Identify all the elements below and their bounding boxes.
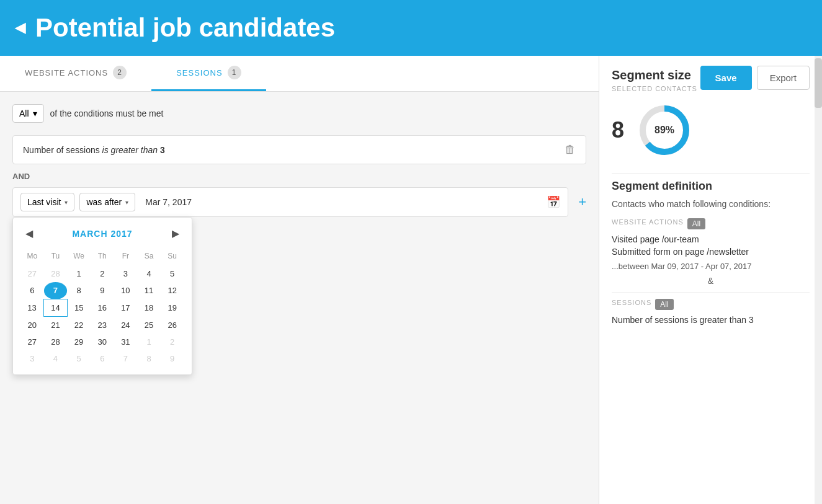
conditions-text: of the conditions must be met (50, 108, 164, 118)
tab-sessions-badge: 1 (228, 66, 241, 79)
calendar-day[interactable]: 9 (161, 350, 184, 367)
add-filter-button[interactable]: + (578, 194, 586, 210)
field-dropdown-chevron: ▾ (65, 199, 68, 206)
calendar-day[interactable]: 4 (137, 265, 161, 282)
calendar-day[interactable]: 22 (67, 317, 91, 334)
calendar-day[interactable]: 8 (67, 282, 91, 299)
calendar-next-button[interactable]: ▶ (167, 225, 184, 242)
calendar-day[interactable]: 29 (67, 334, 91, 350)
calendar-day[interactable]: 3 (20, 350, 44, 367)
calendar-day[interactable]: 30 (91, 334, 114, 350)
left-panel: WEBSITE ACTIONS 2 SESSIONS 1 All ▾ of th… (0, 56, 599, 504)
save-button[interactable]: Save (700, 66, 752, 90)
calendar-day[interactable]: 2 (91, 265, 114, 282)
def-item-1: Visited page /our-team (612, 234, 810, 244)
calendar-day[interactable]: 21 (44, 317, 68, 334)
calendar-day[interactable]: 3 (114, 265, 138, 282)
calendar-prev-button[interactable]: ◀ (20, 225, 38, 242)
calendar-day-header: We (67, 249, 91, 265)
scrollbar-track[interactable] (815, 56, 822, 504)
all-conditions-row: All ▾ of the conditions must be met (12, 104, 586, 123)
tabs-bar: WEBSITE ACTIONS 2 SESSIONS 1 (0, 56, 599, 92)
calendar-day[interactable]: 5 (161, 265, 184, 282)
tab-sessions[interactable]: SESSIONS 1 (151, 56, 266, 91)
calendar-day[interactable]: 20 (20, 317, 44, 334)
calendar-day-header: Th (91, 249, 114, 265)
calendar-day[interactable]: 25 (137, 317, 161, 334)
calendar-day[interactable]: 23 (91, 317, 114, 334)
date-input[interactable] (140, 193, 542, 211)
main-layout: WEBSITE ACTIONS 2 SESSIONS 1 All ▾ of th… (0, 56, 822, 504)
calendar-day[interactable]: 13 (20, 299, 44, 317)
right-panel: Segment size SELECTED CONTACTS 8 89% Seg… (599, 56, 822, 504)
tab-website-actions[interactable]: WEBSITE ACTIONS 2 (0, 56, 151, 91)
condition-dropdown-chevron: ▾ (125, 199, 128, 206)
condition-dropdown-label: was after (86, 197, 122, 207)
calendar-day[interactable]: 12 (161, 282, 184, 299)
calendar-day-header: Tu (44, 249, 68, 265)
all-dropdown-label: All (19, 108, 29, 118)
and-label: AND (12, 172, 586, 181)
calendar-day[interactable]: 28 (44, 334, 68, 350)
header: ◀ Potential job candidates (0, 0, 822, 56)
calendar-day[interactable]: 15 (67, 299, 91, 317)
calendar-day[interactable]: 7 (114, 350, 138, 367)
field-dropdown[interactable]: Last visit ▾ (20, 193, 74, 211)
field-dropdown-label: Last visit (27, 197, 61, 207)
back-button[interactable]: ◀ (15, 20, 25, 36)
calendar-day[interactable]: 4 (44, 350, 68, 367)
calendar-day[interactable]: 14 (44, 299, 68, 317)
tab-website-actions-badge: 2 (113, 66, 127, 79)
calendar-day[interactable]: 28 (44, 265, 68, 282)
filter1-prefix: Number of sessions (23, 145, 102, 155)
filter1-text: Number of sessions is greater than 3 (23, 145, 165, 155)
top-bar-buttons: Save Export (700, 66, 810, 90)
calendar-day[interactable]: 7 (44, 282, 68, 299)
calendar-day-header: Su (161, 249, 184, 265)
divider-2 (612, 292, 810, 293)
filter-row-2: Last visit ▾ was after ▾ 📅 (12, 187, 568, 217)
page-title: Potential job candidates (35, 13, 335, 43)
calendar-day-header: Sa (137, 249, 161, 265)
calendar-day[interactable]: 8 (137, 350, 161, 367)
calendar-day[interactable]: 2 (161, 334, 184, 350)
calendar-day[interactable]: 24 (114, 317, 138, 334)
calendar-day-header: Fr (114, 249, 138, 265)
calendar-day[interactable]: 1 (67, 265, 91, 282)
all-dropdown[interactable]: All ▾ (12, 104, 44, 123)
calendar-month-label: MARCH 2017 (72, 229, 132, 239)
calendar-day[interactable]: 31 (114, 334, 138, 350)
website-actions-all-tag: All (687, 218, 705, 229)
calendar-day[interactable]: 11 (137, 282, 161, 299)
calendar-day[interactable]: 27 (20, 265, 44, 282)
filter1-italic: is greater than (102, 145, 160, 155)
calendar-day[interactable]: 27 (20, 334, 44, 350)
calendar-grid: MoTuWeThFrSaSu 2728123456789101112131415… (20, 249, 184, 367)
calendar-day[interactable]: 1 (137, 334, 161, 350)
calendar-day[interactable]: 17 (114, 299, 138, 317)
calendar-day[interactable]: 6 (91, 350, 114, 367)
calendar-day[interactable]: 6 (20, 282, 44, 299)
donut-label: 89% (654, 125, 674, 136)
calendar-icon[interactable]: 📅 (547, 195, 560, 209)
calendar-day[interactable]: 26 (161, 317, 184, 334)
def-between: ...between Mar 09, 2017 - Apr 07, 2017 (612, 262, 810, 271)
calendar-day[interactable]: 5 (67, 350, 91, 367)
segment-size-row: 8 89% (612, 102, 810, 158)
condition-dropdown[interactable]: was after ▾ (79, 193, 135, 211)
calendar-day[interactable]: 10 (114, 282, 138, 299)
divider-1 (612, 173, 810, 174)
calendar-day-header: Mo (20, 249, 44, 265)
filter-box-1: Number of sessions is greater than 3 🗑 (12, 135, 586, 164)
calendar-day[interactable]: 9 (91, 282, 114, 299)
export-button[interactable]: Export (757, 66, 810, 90)
filter1-delete-icon[interactable]: 🗑 (565, 143, 576, 156)
scrollbar-thumb[interactable] (815, 58, 822, 108)
website-actions-section-label: WEBSITE ACTIONS (612, 218, 684, 226)
tab-website-actions-label: WEBSITE ACTIONS (25, 68, 108, 77)
calendar-day[interactable]: 16 (91, 299, 114, 317)
calendar-day[interactable]: 19 (161, 299, 184, 317)
sessions-all-tag: All (655, 299, 673, 310)
calendar-popup: ◀ MARCH 2017 ▶ MoTuWeThFrSaSu 2728123456… (12, 217, 192, 375)
calendar-day[interactable]: 18 (137, 299, 161, 317)
